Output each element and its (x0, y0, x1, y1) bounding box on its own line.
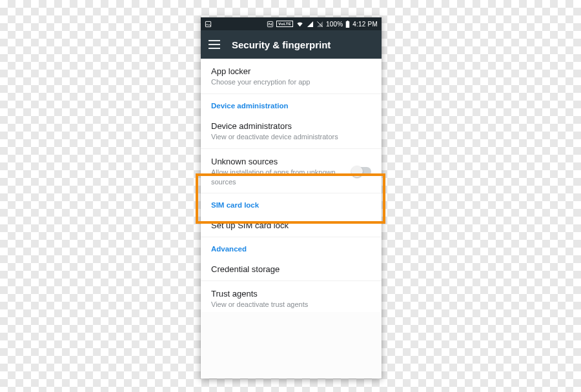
section-device-administration: Device administration (201, 93, 382, 113)
settings-list: App locker Choose your encryption for ap… (201, 59, 382, 312)
status-bar: VoLTE 100% 4:12 PM (201, 17, 382, 30)
volte-badge: VoLTE (276, 21, 293, 27)
menu-icon[interactable] (209, 40, 220, 49)
signal-icon (307, 21, 314, 28)
row-title: Set up SIM card lock (211, 220, 371, 230)
nfc-icon (267, 21, 274, 28)
row-credential-storage[interactable]: Credential storage (201, 257, 382, 280)
row-device-administrators[interactable]: Device administrators View or deactivate… (201, 113, 382, 148)
row-trust-agents[interactable]: Trust agents View or deactivate trust ag… (201, 280, 382, 312)
row-subtitle: View or deactivate device administrators (211, 132, 371, 142)
no-sim-icon (316, 21, 323, 28)
battery-percent: 100% (326, 21, 343, 28)
row-title: Trust agents (211, 289, 371, 299)
battery-icon (345, 21, 350, 28)
row-setup-sim-lock[interactable]: Set up SIM card lock (201, 213, 382, 237)
section-advanced: Advanced (201, 237, 382, 257)
svg-rect-2 (346, 21, 350, 28)
row-title: Device administrators (211, 121, 371, 131)
section-sim-card-lock: SIM card lock (201, 193, 382, 213)
svg-rect-0 (205, 21, 210, 26)
row-title: App locker (211, 66, 371, 76)
row-title: Credential storage (211, 264, 371, 274)
svg-rect-3 (347, 21, 349, 21)
clock: 4:12 PM (352, 21, 378, 28)
row-subtitle: View or deactivate trust agents (211, 300, 371, 309)
app-bar: Security & fingerprint (201, 30, 382, 59)
row-unknown-sources[interactable]: Unknown sources Allow installation of ap… (201, 148, 382, 193)
picture-icon (205, 21, 212, 28)
row-subtitle: Choose your encryption for app (211, 77, 371, 87)
wifi-icon (296, 21, 304, 28)
row-app-locker[interactable]: App locker Choose your encryption for ap… (201, 59, 382, 93)
toggle-unknown-sources[interactable] (352, 167, 371, 176)
page-title: Security & fingerprint (232, 39, 331, 50)
row-subtitle: Allow installation of apps from unknown … (211, 168, 345, 187)
row-title: Unknown sources (211, 157, 345, 166)
phone-frame: VoLTE 100% 4:12 PM Security & fingerprin… (201, 17, 382, 378)
